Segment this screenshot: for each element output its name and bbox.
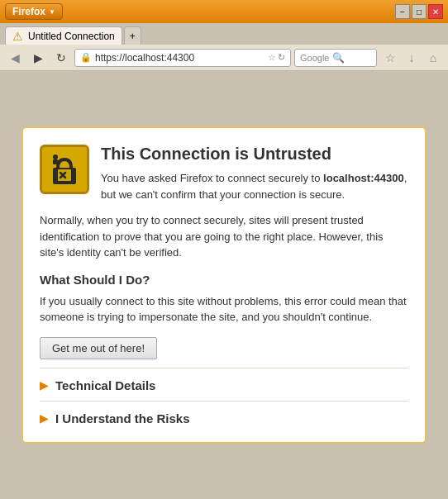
technical-details-arrow: ▶ [40, 378, 49, 392]
understand-risks-section[interactable]: ▶ I Understand the Risks [40, 411, 408, 425]
forward-button[interactable]: ▶ [28, 48, 48, 68]
close-button[interactable]: ✕ [428, 4, 443, 19]
error-description: You have asked Firefox to connect secure… [101, 170, 408, 202]
divider-1 [40, 368, 408, 368]
search-bar[interactable]: Google 🔍 [294, 49, 377, 67]
window-controls: − □ ✕ [395, 4, 443, 19]
star-icon[interactable]: ☆ [268, 52, 276, 63]
nav-action-buttons: ☆ ↓ ⌂ [380, 48, 443, 68]
titlebar-left: Firefox [5, 3, 63, 20]
what-should-i-do-title: What Should I Do? [40, 273, 408, 287]
main-area: This Connection is Untrusted You have as… [0, 71, 448, 499]
get-out-button[interactable]: Get me out of here! [40, 337, 157, 359]
reload-button[interactable]: ↻ [51, 48, 71, 68]
error-title: This Connection is Untrusted [101, 145, 408, 164]
understand-risks-arrow: ▶ [40, 411, 49, 425]
error-body-paragraph: Normally, when you try to connect secure… [40, 212, 408, 261]
error-card: This Connection is Untrusted You have as… [21, 126, 427, 444]
search-icon: 🔍 [332, 52, 345, 64]
error-title-block: This Connection is Untrusted You have as… [101, 145, 408, 202]
lock-icon: 🔒 [80, 52, 92, 63]
new-tab-button[interactable]: + [124, 26, 141, 45]
download-button[interactable]: ↓ [402, 48, 422, 68]
tabbar: ⚠ Untitled Connection + [0, 23, 448, 45]
technical-details-label: Technical Details [55, 378, 155, 392]
svg-rect-5 [53, 159, 58, 164]
svg-point-4 [53, 154, 58, 159]
address-text: https://localhost:44300 [95, 52, 265, 64]
firefox-menu-label: Firefox [12, 6, 45, 17]
untrusted-icon-svg [46, 151, 83, 188]
tab-label: Untitled Connection [28, 31, 115, 42]
bookmark-button[interactable]: ☆ [380, 48, 400, 68]
search-engine-label: Google [300, 53, 329, 63]
understand-risks-label: I Understand the Risks [55, 411, 190, 425]
divider-2 [40, 401, 408, 402]
firefox-menu-button[interactable]: Firefox [5, 3, 63, 20]
error-desc-host: localhost:44300 [323, 172, 404, 184]
error-desc-prefix: You have asked Firefox to connect secure… [101, 172, 323, 184]
error-icon [40, 145, 89, 194]
error-header: This Connection is Untrusted You have as… [40, 145, 408, 202]
svg-rect-1 [58, 169, 71, 181]
restore-button[interactable]: □ [412, 4, 427, 19]
back-button[interactable]: ◀ [5, 48, 25, 68]
tab-warning-icon: ⚠ [12, 30, 23, 43]
address-bar[interactable]: 🔒 https://localhost:44300 ☆ ↻ [74, 49, 291, 67]
what-should-i-do-body: If you usually connect to this site with… [40, 293, 408, 326]
navbar: ◀ ▶ ↻ 🔒 https://localhost:44300 ☆ ↻ Goog… [0, 45, 448, 71]
active-tab[interactable]: ⚠ Untitled Connection [5, 26, 122, 45]
home-button[interactable]: ⌂ [423, 48, 443, 68]
minimize-button[interactable]: − [395, 4, 410, 19]
titlebar: Firefox − □ ✕ [0, 0, 448, 23]
reload-small-icon[interactable]: ↻ [278, 52, 285, 63]
address-icons: ☆ ↻ [268, 52, 285, 63]
technical-details-section[interactable]: ▶ Technical Details [40, 378, 408, 392]
